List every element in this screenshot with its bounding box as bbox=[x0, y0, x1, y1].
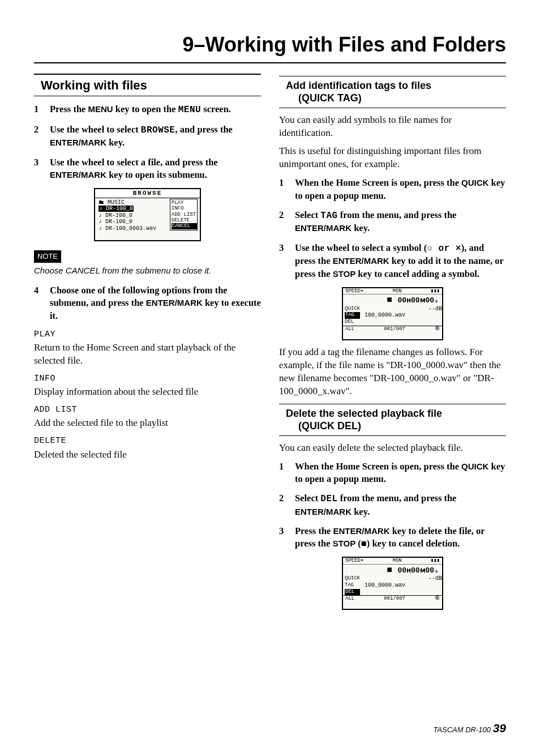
tag-step-3: Use the wheel to select a symbol (○ or ×… bbox=[279, 242, 506, 280]
menu-key-label: MENU bbox=[88, 104, 113, 114]
steps-working-with-files: Press the MENU key to open the MENU scre… bbox=[34, 103, 261, 181]
step-2: Use the wheel to select BROWSE, and pres… bbox=[34, 123, 261, 150]
option-info-desc: Display information about the selected f… bbox=[34, 386, 261, 399]
tag-step-2: Select TAG from the menu, and press the … bbox=[279, 209, 506, 235]
del-step-2: Select DEL from the menu, and press the … bbox=[279, 492, 506, 518]
option-delete-label: DELETE bbox=[34, 435, 261, 447]
subheading-quick-del: Delete the selected playback file (QUICK… bbox=[279, 404, 506, 436]
lcd-quick-del-screenshot: SPEED▾MON▮▮▮ ■ 00ʜ00ᴍ00ₛ QUICK TAG DEL -… bbox=[342, 557, 443, 610]
steps-quick-del: When the Home Screen is open, press the … bbox=[279, 460, 506, 550]
option-info-label: INFO bbox=[34, 373, 261, 385]
note-label: NOTE bbox=[34, 250, 61, 263]
del-step-3: Press the ENTER/MARK key to delete the f… bbox=[279, 525, 506, 550]
note-text: Choose CANCEL from the submenu to close … bbox=[34, 265, 261, 276]
lcd-quick-tag-screenshot: SPEED▾MON▮▮▮ ■ 00ʜ00ᴍ00ₛ QUICK TAG DEL -… bbox=[342, 287, 443, 340]
subheading-quick-tag: Add identification tags to files (QUICK … bbox=[279, 76, 506, 108]
steps-continued: Choose one of the following options from… bbox=[34, 284, 261, 322]
step-4: Choose one of the following options from… bbox=[34, 284, 261, 322]
tag-intro-2: This is useful for distinguishing import… bbox=[279, 145, 506, 171]
tag-intro-1: You can easily add symbols to file names… bbox=[279, 114, 506, 140]
step-3: Use the wheel to select a file, and pres… bbox=[34, 156, 261, 182]
option-play-desc: Return to the Home Screen and start play… bbox=[34, 341, 261, 368]
lcd-popup: PLAY INFO ADD LIST DELETE CANCEL bbox=[170, 199, 198, 230]
lcd-browse-screenshot: BROWSE 🖿 MUSIC ♪ DR-100_0 ♪ DR-100_0 ♪ D… bbox=[94, 188, 201, 241]
tag-after-text: If you add a tag the filename changes as… bbox=[279, 346, 506, 398]
left-column: Working with files Press the MENU key to… bbox=[34, 74, 261, 616]
step-1: Press the MENU key to open the MENU scre… bbox=[34, 103, 261, 117]
option-play-label: PLAY bbox=[34, 329, 261, 340]
del-step-1: When the Home Screen is open, press the … bbox=[279, 460, 506, 486]
page-number: 39 bbox=[493, 721, 506, 734]
option-delete-desc: Deleted the selected file bbox=[34, 449, 261, 462]
footer-brand: TASCAM DR-100 bbox=[433, 725, 491, 734]
option-addlist-label: ADD LIST bbox=[34, 404, 261, 416]
page-footer: TASCAM DR-100 39 bbox=[433, 720, 506, 736]
steps-quick-tag: When the Home Screen is open, press the … bbox=[279, 177, 506, 280]
del-intro: You can easily delete the selected playb… bbox=[279, 442, 506, 455]
right-column: Add identification tags to files (QUICK … bbox=[279, 74, 506, 616]
option-addlist-desc: Add the selected file to the playlist bbox=[34, 417, 261, 430]
section-heading-working-with-files: Working with files bbox=[34, 74, 261, 97]
chapter-title: 9–Working with Files and Folders bbox=[34, 31, 506, 63]
tag-step-1: When the Home Screen is open, press the … bbox=[279, 177, 506, 202]
